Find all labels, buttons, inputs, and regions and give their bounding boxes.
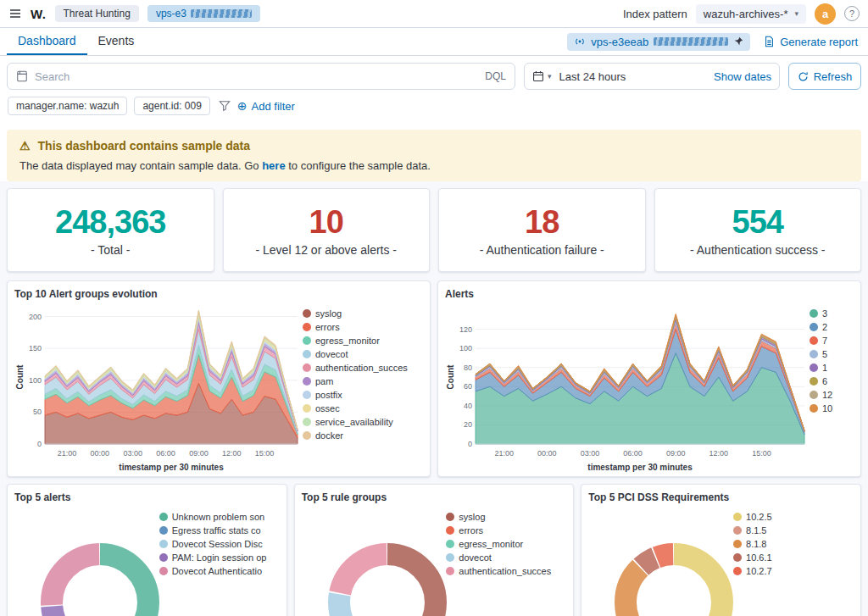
breadcrumb-module[interactable]: Threat Hunting [55,5,139,22]
legend-item[interactable]: 7 [810,336,843,346]
legend-item[interactable]: 5 [810,349,843,359]
legend-item[interactable]: ossec [303,403,420,413]
legend-item[interactable]: 3 [810,308,843,319]
legend-item[interactable]: PAM: Login session op [159,552,280,563]
search-input-wrapper[interactable]: DQL [7,63,515,90]
legend-item[interactable]: Dovecot Session Disc [159,539,280,549]
legend-item[interactable]: 12 [810,390,843,400]
svg-text:12:00: 12:00 [709,449,729,458]
legend-item[interactable]: syslog [446,512,566,522]
legend-item[interactable]: service_availability [303,417,420,427]
pin-icon[interactable] [733,36,743,47]
index-pattern-select[interactable]: wazuh-archives-* ▾ [696,4,806,24]
legend-item[interactable]: egress_monitor [303,336,420,346]
legend-item[interactable]: 6 [810,376,843,386]
stat-total-value[interactable]: 248,363 [55,204,165,241]
legend-dot [303,350,311,358]
generate-report-button[interactable]: Generate report [764,36,858,48]
configure-sample-data-link[interactable]: here [262,159,285,172]
panel-top5-rule-groups: Top 5 rule groups syslogerrorsegress_mon… [294,484,575,616]
legend-item[interactable]: postfix [303,390,420,400]
legend-item[interactable]: 10 [810,403,843,413]
legend-item[interactable]: authentication_succes [303,363,420,373]
breadcrumb-agent[interactable]: vps-e3 [147,5,260,22]
avatar[interactable]: a [815,3,836,25]
alert-groups-evolution-chart[interactable]: 05010015020021:0000:0003:0006:0009:0012:… [14,303,303,473]
legend-item[interactable]: errors [303,322,420,332]
filter-funnel-icon[interactable] [219,100,231,112]
stat-level12-value[interactable]: 10 [309,204,343,241]
legend-dot [733,553,742,562]
chart-legend: Unknown problem sonEgress traffic stats … [159,507,280,576]
legend-item[interactable]: errors [446,525,566,536]
legend-item[interactable]: docker [303,430,420,441]
legend-item[interactable]: dovecot [446,552,566,563]
legend-label: 10.6.1 [746,552,772,563]
legend-dot [159,540,168,548]
pinned-agent-label: vps-e3eeab [591,36,648,48]
index-pattern-value: wazuh-archives-* [704,8,788,20]
svg-text:100: 100 [459,344,472,352]
legend-item[interactable]: Unknown problem son [159,512,280,522]
saved-queries-icon[interactable] [16,70,28,82]
legend-dot [303,336,311,345]
svg-text:00:00: 00:00 [91,449,110,458]
legend-item[interactable]: Egress traffic stats co [159,525,280,536]
time-range-value[interactable]: Last 24 hours [559,70,626,83]
top5-pci-dss-donut-chart[interactable] [610,539,737,616]
stat-auth-failure-value[interactable]: 18 [525,204,559,241]
legend-dot [159,513,168,521]
top5-rule-groups-donut-chart[interactable] [324,539,451,616]
svg-text:Count: Count [446,364,455,390]
legend-dot [733,513,742,521]
alerts-chart[interactable]: 02040608010012021:0000:0003:0006:0009:00… [445,303,810,473]
index-pattern-label: Index pattern [623,8,687,20]
legend-item[interactable]: 10.2.5 [733,512,854,522]
stat-auth-success-value[interactable]: 554 [732,204,783,241]
legend-item[interactable]: 1 [810,363,843,373]
calendar-dropdown-button[interactable]: ▾ [532,70,552,82]
tab-dashboard[interactable]: Dashboard [7,28,87,55]
legend-label: 5 [822,349,827,359]
legend-label: 1 [822,363,827,373]
legend-label: 8.1.8 [746,539,766,549]
legend-item[interactable]: 8.1.5 [733,525,854,536]
redacted-text [654,37,728,46]
callout-body: The data displayed may contain sample da… [19,159,849,172]
menu-icon[interactable] [8,7,22,20]
add-filter-button[interactable]: ⊕ Add filter [237,100,295,113]
help-icon[interactable]: ? [844,6,860,21]
legend-label: Dovecot Session Disc [172,539,263,549]
filter-pill-agent[interactable]: agent.id: 009 [134,97,209,115]
top5-alerts-donut-chart[interactable] [36,539,164,616]
refresh-button[interactable]: Refresh [788,63,861,90]
pinned-agent-badge[interactable]: vps-e3eeab [567,33,750,51]
breadcrumb-agent-label: vps-e3 [156,8,186,19]
legend-item[interactable]: egress_monitor [446,539,566,549]
svg-text:03:00: 03:00 [123,449,142,458]
wazuh-logo[interactable]: W. [31,7,47,21]
panel-title: Alerts [445,288,854,300]
svg-text:0: 0 [468,440,472,448]
query-language-button[interactable]: DQL [485,70,506,82]
legend-item[interactable]: 10.2.7 [733,566,854,576]
show-dates-link[interactable]: Show dates [714,70,771,83]
legend-item[interactable]: Dovecot Authenticatio [159,566,280,576]
svg-text:06:00: 06:00 [623,449,643,458]
legend-label: errors [315,322,340,332]
legend-item[interactable]: 8.1.8 [733,539,854,549]
chart-legend: syslogerrorsegress_monitordovecotauthent… [446,507,566,576]
legend-item[interactable]: pam [303,376,420,386]
legend-item[interactable]: 2 [810,322,843,332]
legend-item[interactable]: syslog [303,308,420,319]
tab-events[interactable]: Events [87,28,146,55]
legend-item[interactable]: authentication_succes [446,566,566,576]
legend-item[interactable]: dovecot [303,349,420,359]
filter-pill-manager[interactable]: manager.name: wazuh [8,97,127,115]
svg-text:00:00: 00:00 [537,449,557,458]
svg-text:150: 150 [29,344,42,352]
legend-label: 10.2.7 [746,566,772,576]
search-input[interactable] [35,70,478,83]
legend-item[interactable]: 10.6.1 [733,552,854,563]
legend-dot [159,553,168,562]
